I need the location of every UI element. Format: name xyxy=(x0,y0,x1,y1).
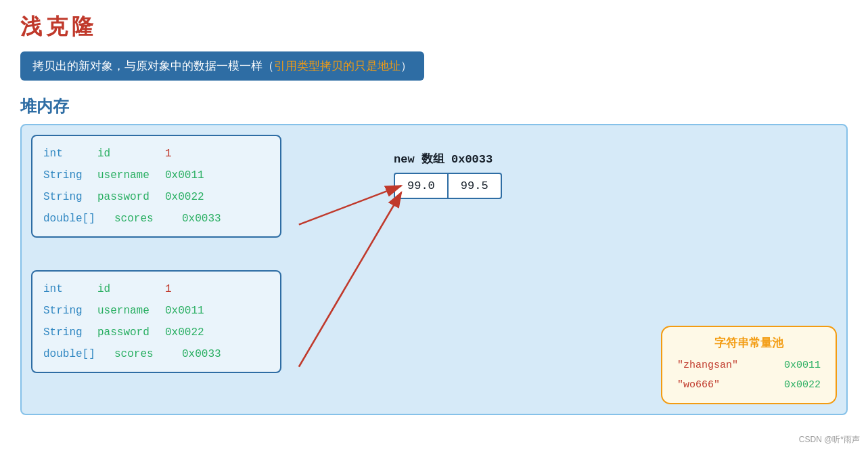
obj2-name-scores: scores xyxy=(114,343,182,365)
obj1-row-id: int id 1 xyxy=(43,143,269,165)
svg-line-1 xyxy=(299,186,401,224)
obj1-name-username: username xyxy=(97,165,165,186)
section-title-heap: 堆内存 xyxy=(20,95,848,117)
obj2-name-username: username xyxy=(97,300,165,322)
subtitle-end: ） xyxy=(401,60,412,72)
str-val-wo666: "wo666" xyxy=(677,376,720,395)
subtitle-main: 拷贝出的新对象，与原对象中的数据一模一样（ xyxy=(32,60,274,72)
obj1-val-username: 0x0011 xyxy=(165,165,204,186)
obj2-val-scores: 0x0033 xyxy=(182,343,221,365)
array-label: new 数组 0x0033 xyxy=(394,151,493,167)
obj2-val-username: 0x0011 xyxy=(165,300,204,322)
obj1-name-scores: scores xyxy=(114,208,182,230)
obj2-row-scores: double[] scores 0x0033 xyxy=(43,343,269,365)
obj2-row-id: int id 1 xyxy=(43,278,269,300)
obj1-name-password: password xyxy=(97,186,165,208)
string-pool-box: 字符串常量池 "zhangsan" 0x0011 "wo666" 0x0022 xyxy=(661,326,837,404)
obj1-name-id: id xyxy=(97,143,165,165)
object-box-1: int id 1 String username 0x0011 String p… xyxy=(31,135,281,238)
str-addr-zhangsan: 0x0011 xyxy=(784,356,821,376)
array-cell-1: 99.5 xyxy=(449,174,501,198)
str-addr-wo666: 0x0022 xyxy=(784,376,821,395)
array-cell-0: 99.0 xyxy=(395,174,449,198)
string-pool-row-zhangsan: "zhangsan" 0x0011 xyxy=(677,356,821,376)
obj2-name-password: password xyxy=(97,322,165,343)
subtitle-highlight: 引用类型拷贝的只是地址 xyxy=(274,60,401,72)
page-title: 浅克隆 xyxy=(20,12,848,42)
obj1-row-username: String username 0x0011 xyxy=(43,165,269,186)
array-box: 99.0 99.5 xyxy=(394,173,502,199)
obj1-type-scores: double[] xyxy=(43,208,114,230)
obj1-row-scores: double[] scores 0x0033 xyxy=(43,208,269,230)
obj1-row-password: String password 0x0022 xyxy=(43,186,269,208)
svg-line-2 xyxy=(299,192,401,367)
obj2-type-username: String xyxy=(43,300,97,322)
obj2-type-id: int xyxy=(43,278,97,300)
obj2-row-username: String username 0x0011 xyxy=(43,300,269,322)
str-val-zhangsan: "zhangsan" xyxy=(677,356,738,376)
watermark: CSDN @听*雨声 xyxy=(799,434,860,446)
obj2-name-id: id xyxy=(97,278,165,300)
obj1-val-id: 1 xyxy=(165,143,172,165)
heap-container: int id 1 String username 0x0011 String p… xyxy=(20,124,848,415)
obj2-row-password: String password 0x0022 xyxy=(43,322,269,343)
page-wrapper: 浅克隆 拷贝出的新对象，与原对象中的数据一模一样（引用类型拷贝的只是地址） 堆内… xyxy=(0,0,868,451)
string-pool-title: 字符串常量池 xyxy=(677,335,821,351)
obj1-val-scores: 0x0033 xyxy=(182,208,221,230)
obj1-type-username: String xyxy=(43,165,97,186)
obj1-type-id: int xyxy=(43,143,97,165)
obj2-val-id: 1 xyxy=(165,278,172,300)
string-pool-row-wo666: "wo666" 0x0022 xyxy=(677,376,821,395)
obj2-type-password: String xyxy=(43,322,97,343)
obj2-val-password: 0x0022 xyxy=(165,322,204,343)
obj2-type-scores: double[] xyxy=(43,343,114,365)
subtitle-box: 拷贝出的新对象，与原对象中的数据一模一样（引用类型拷贝的只是地址） xyxy=(20,51,424,81)
object-box-2: int id 1 String username 0x0011 String p… xyxy=(31,270,281,373)
obj1-type-password: String xyxy=(43,186,97,208)
obj1-val-password: 0x0022 xyxy=(165,186,204,208)
